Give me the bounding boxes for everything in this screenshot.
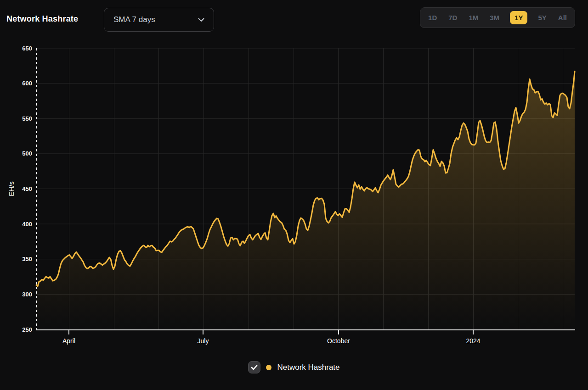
y-axis-tick-label: 250	[22, 326, 32, 333]
time-range-button[interactable]: 7D	[447, 11, 458, 24]
chart-header: Network Hashrate SMA 7 days 1D 7D 1M 3M …	[0, 0, 588, 39]
sma-dropdown-value: SMA 7 days	[113, 15, 155, 24]
y-axis-tick-label: 450	[22, 185, 32, 192]
y-axis-tick-label: 500	[22, 150, 32, 157]
x-axis-tick-label: October	[327, 337, 350, 345]
y-axis-tick-label: 650	[22, 45, 32, 52]
y-axis-tick-label: 300	[22, 291, 32, 298]
time-range-button[interactable]: 5Y	[537, 11, 547, 24]
time-range-group: 1D 7D 1M 3M 1Y 5Y All	[420, 7, 575, 28]
y-axis-tick-label: 400	[22, 221, 32, 228]
y-axis-tick-label: 550	[22, 115, 32, 122]
series-area	[36, 72, 575, 329]
x-axis-tick-label: 2024	[466, 337, 480, 345]
chevron-down-icon	[198, 18, 204, 22]
legend-series-dot	[266, 365, 271, 370]
check-icon	[251, 365, 258, 370]
y-axis-unit-label: EH/s	[7, 181, 15, 196]
page-title: Network Hashrate	[6, 14, 78, 24]
time-range-button[interactable]: 3M	[489, 11, 500, 24]
y-axis-tick-label: 350	[22, 256, 32, 262]
time-range-button[interactable]: 1M	[468, 11, 479, 24]
x-axis-tick-label: July	[198, 337, 209, 345]
y-axis-tick-label: 600	[22, 80, 32, 87]
sma-dropdown[interactable]: SMA 7 days	[104, 8, 214, 32]
time-range-button[interactable]: All	[557, 11, 568, 24]
chart-legend: Network Hashrate	[0, 361, 588, 373]
legend-series-label: Network Hashrate	[277, 363, 339, 372]
legend-checkbox[interactable]	[248, 361, 260, 373]
time-range-button[interactable]: 1D	[427, 11, 438, 24]
hashrate-chart[interactable]: 250300350400450500550600650AprilJulyOcto…	[0, 0, 588, 354]
time-range-button[interactable]: 1Y	[510, 11, 527, 24]
x-axis-tick-label: April	[62, 337, 75, 345]
